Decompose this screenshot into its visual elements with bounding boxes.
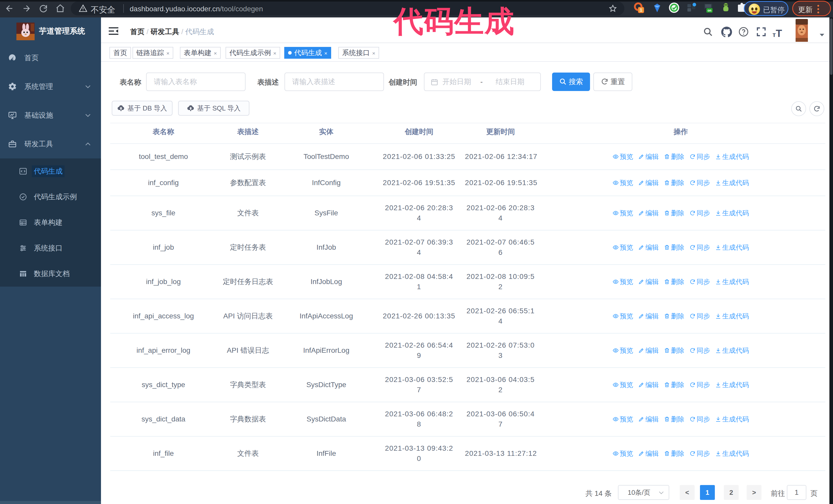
svg-text:1: 1 (640, 8, 642, 12)
svg-text:on: on (708, 9, 712, 12)
